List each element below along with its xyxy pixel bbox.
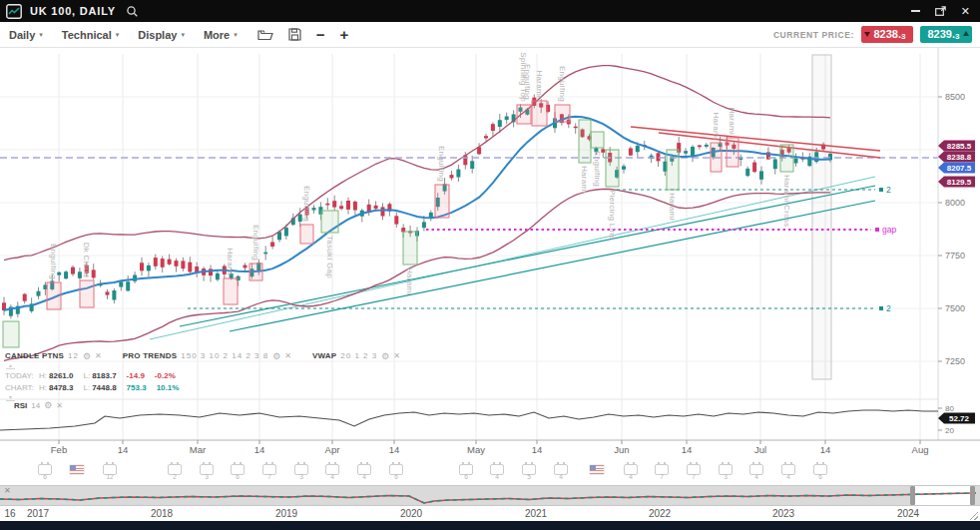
svg-text:Harami: Harami bbox=[226, 248, 235, 275]
remove-indicator-icon[interactable]: ✕ bbox=[284, 352, 291, 360]
more-menu[interactable]: More ▾ bbox=[204, 29, 238, 41]
svg-text:20: 20 bbox=[945, 426, 954, 435]
calendar-event-icon[interactable]: 3 bbox=[294, 464, 308, 475]
pattern-box-harami bbox=[667, 150, 679, 190]
gear-icon[interactable]: ⚙ bbox=[381, 352, 389, 361]
navigator-handle-right[interactable] bbox=[970, 486, 975, 505]
navigator-close-icon[interactable]: ✕ bbox=[4, 487, 11, 495]
year-label: 2019 bbox=[275, 508, 297, 519]
app-logo-icon bbox=[6, 4, 22, 19]
trendline bbox=[631, 127, 880, 151]
svg-text:May: May bbox=[467, 444, 485, 455]
calendar-event-icon[interactable]: 6 bbox=[459, 464, 473, 475]
calendar-event-icon[interactable]: 4 bbox=[325, 464, 339, 475]
svg-text:Engulfing: Engulfing bbox=[251, 225, 260, 261]
svg-text:Dk Cloud: Dk Cloud bbox=[82, 243, 91, 277]
timeframe-menu[interactable]: Daily ▾ bbox=[9, 29, 43, 41]
us-flag-event-icon[interactable] bbox=[590, 465, 604, 474]
calendar-event-icon[interactable]: 4 bbox=[749, 464, 763, 475]
chevron-down-icon: ▾ bbox=[116, 31, 120, 39]
svg-text:Engulfing: Engulfing bbox=[49, 244, 58, 279]
svg-text:2: 2 bbox=[886, 303, 891, 313]
svg-text:14: 14 bbox=[682, 444, 693, 455]
pattern-box-engulfing bbox=[591, 132, 604, 148]
svg-text:14: 14 bbox=[820, 444, 831, 455]
current-price-label: CURRENT PRICE: bbox=[773, 30, 854, 40]
minimize-button[interactable] bbox=[911, 10, 920, 12]
svg-text:gap: gap bbox=[882, 225, 896, 235]
svg-text:8000: 8000 bbox=[945, 198, 965, 208]
year-label: 2018 bbox=[151, 508, 173, 519]
popout-window-button[interactable] bbox=[935, 6, 946, 16]
svg-text:8285.5: 8285.5 bbox=[947, 142, 972, 151]
pattern-box-piercing-line bbox=[606, 150, 619, 187]
calendar-event-icon[interactable]: 4 bbox=[357, 464, 371, 475]
open-folder-icon[interactable] bbox=[257, 28, 273, 41]
pattern-box-engulfing bbox=[300, 225, 313, 244]
calendar-event-icon[interactable]: 12 bbox=[103, 464, 117, 475]
svg-text:Aug: Aug bbox=[912, 444, 929, 455]
technical-menu[interactable]: Technical ▾ bbox=[62, 29, 119, 41]
svg-text:52.72: 52.72 bbox=[949, 414, 970, 423]
calendar-event-icon[interactable]: 7 bbox=[262, 464, 276, 475]
pattern-box-dk-cloud bbox=[80, 280, 94, 307]
chart-navigator[interactable]: ✕ bbox=[0, 485, 980, 506]
pattern-box-engulfing bbox=[435, 185, 449, 218]
svg-text:8207.5: 8207.5 bbox=[947, 164, 972, 173]
gear-icon[interactable]: ⚙ bbox=[83, 352, 91, 361]
price-up-arrow-icon bbox=[963, 31, 969, 36]
gear-icon[interactable]: ⚙ bbox=[44, 401, 52, 410]
sell-price-badge[interactable]: 8238.3 bbox=[861, 26, 913, 43]
svg-text:Harami Cross: Harami Cross bbox=[782, 175, 791, 228]
svg-text:Harami: Harami bbox=[728, 107, 736, 135]
svg-text:Feb: Feb bbox=[51, 444, 67, 455]
pattern-box-harami bbox=[532, 101, 547, 126]
svg-text:Jul: Jul bbox=[754, 444, 766, 455]
svg-text:Harami: Harami bbox=[668, 193, 677, 221]
chevron-down-icon: ▾ bbox=[234, 31, 238, 39]
save-icon[interactable] bbox=[288, 28, 301, 41]
pattern-box-harami bbox=[579, 120, 591, 163]
calendar-event-icon[interactable]: 4 bbox=[554, 464, 568, 475]
chevron-down-icon: ▾ bbox=[181, 31, 185, 39]
search-icon[interactable] bbox=[126, 5, 139, 18]
calendar-event-icon[interactable]: 3 bbox=[200, 464, 214, 475]
us-flag-event-icon[interactable] bbox=[70, 465, 84, 474]
indicator-vwap: VWAP 20 1 2 3 ⚙ ✕ bbox=[312, 351, 400, 361]
zoom-out-button[interactable]: − bbox=[316, 27, 325, 42]
calendar-event-icon[interactable]: 5 bbox=[522, 464, 536, 475]
calendar-event-icon[interactable]: 6 bbox=[38, 464, 52, 475]
calendar-event-icon[interactable]: 6 bbox=[389, 464, 403, 475]
calendar-event-icon[interactable]: 6 bbox=[231, 464, 245, 475]
calendar-event-icon[interactable]: 6 bbox=[813, 464, 827, 475]
instrument-title: UK 100, DAILY bbox=[30, 5, 116, 17]
svg-text:8238.8: 8238.8 bbox=[947, 153, 972, 162]
calendar-event-icon[interactable]: 3 bbox=[719, 464, 733, 475]
calendar-event-icon[interactable]: 7 bbox=[687, 464, 701, 475]
zoom-in-button[interactable]: + bbox=[339, 27, 348, 42]
chart-stats-row: CHART: H: 8478.3 L: 7448.8 753.3 10.1% bbox=[5, 383, 416, 393]
buy-price-badge[interactable]: 8239.3 bbox=[920, 26, 972, 43]
calendar-event-icon[interactable]: 4 bbox=[490, 464, 504, 475]
navigator-handle-left[interactable] bbox=[910, 486, 915, 505]
svg-text:14: 14 bbox=[254, 444, 265, 455]
remove-indicator-icon[interactable]: ✕ bbox=[393, 352, 400, 360]
gear-icon[interactable]: ⚙ bbox=[272, 352, 280, 361]
calendar-event-icon[interactable]: 2 bbox=[168, 464, 182, 475]
svg-text:14: 14 bbox=[118, 444, 129, 455]
rsi-line bbox=[0, 410, 938, 430]
display-menu[interactable]: Display ▾ bbox=[138, 29, 185, 41]
today-stats-row: TODAY: H: 8261.0 L: 8183.7 -14.9 -0.2% bbox=[5, 371, 416, 381]
remove-indicator-icon[interactable]: ✕ bbox=[95, 352, 102, 360]
year-label: 2020 bbox=[400, 508, 422, 519]
navigator-selection-window[interactable] bbox=[910, 486, 975, 505]
calendar-event-icon[interactable]: 4 bbox=[781, 464, 795, 475]
price-down-arrow-icon bbox=[864, 32, 870, 37]
close-window-button[interactable]: ✕ bbox=[961, 6, 970, 17]
remove-indicator-icon[interactable]: ✕ bbox=[56, 402, 63, 410]
collapse-panel-icon[interactable]: ▴ bbox=[6, 363, 15, 369]
calendar-event-icon[interactable]: 7 bbox=[655, 464, 669, 475]
svg-text:7750: 7750 bbox=[945, 251, 965, 261]
calendar-event-icon[interactable]: 4 bbox=[624, 464, 638, 475]
pattern-box-engulfing bbox=[555, 105, 570, 122]
